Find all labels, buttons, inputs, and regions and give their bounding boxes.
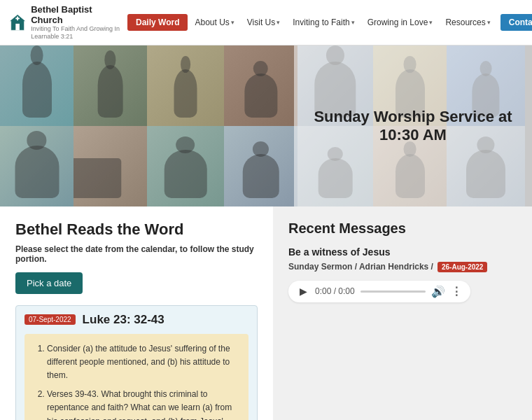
nav-about-us[interactable]: About Us ▾ — [189, 14, 239, 31]
study-point-1: Consider (a) the attitude to Jesus' suff… — [47, 342, 239, 383]
hero-section: Sunday Worship Service at 10:30 AM — [0, 46, 532, 206]
study-box: Consider (a) the attitude to Jesus' suff… — [24, 334, 248, 420]
recent-messages-title: Recent Messages — [288, 220, 517, 237]
nav-growing-in-love[interactable]: Growing in Love ▾ — [362, 14, 439, 31]
audio-time: 0:00 / 0:00 — [315, 286, 355, 296]
hero-image-10 — [147, 126, 224, 206]
hero-image-8 — [0, 126, 74, 206]
contact-us-btn[interactable]: Contact Us — [500, 14, 532, 31]
nav-arrow-icon: ▾ — [276, 19, 280, 26]
verse-box: 07-Sept-2022 Luke 23: 32-43 Consider (a)… — [15, 305, 258, 420]
hero-title: Sunday Worship Service at 10:30 AM — [294, 108, 532, 144]
header: Bethel Baptist Church Inviting To Faith … — [0, 0, 532, 46]
message-date-badge: 26-Aug-2022 — [438, 262, 487, 272]
section-title: Bethel Reads the Word — [15, 220, 258, 239]
nav-inviting-to-faith[interactable]: Inviting to Faith ▾ — [287, 14, 360, 31]
nav-arrow-icon: ▾ — [231, 19, 234, 26]
main-content: Bethel Reads the Word Please select the … — [0, 206, 532, 420]
hero-image-4 — [224, 46, 298, 126]
volume-icon[interactable]: 🔊 — [431, 285, 445, 298]
verse-reference: Luke 23: 32-43 — [83, 313, 164, 327]
nav-arrow-icon: ▾ — [351, 19, 355, 26]
hero-image-11 — [224, 126, 298, 206]
hero-image-9 — [74, 126, 147, 206]
audio-progress-bar[interactable] — [360, 290, 426, 293]
daily-word-nav-btn[interactable]: Daily Word — [127, 14, 188, 31]
main-nav: Daily Word About Us ▾ Visit Us ▾ Invitin… — [127, 14, 532, 31]
audio-player[interactable]: ▶ 0:00 / 0:00 🔊 ⋮ — [288, 281, 470, 302]
church-logo-icon — [8, 13, 27, 32]
study-points-list: Consider (a) the attitude to Jesus' suff… — [34, 342, 239, 420]
logo-tagline: Inviting To Faith And Growing In Learnab… — [31, 25, 120, 41]
verse-date-badge: 07-Sept-2022 — [24, 314, 76, 325]
nav-arrow-icon: ▾ — [487, 19, 491, 26]
play-button[interactable]: ▶ — [297, 285, 309, 298]
hero-image-3 — [147, 46, 224, 126]
section-subtitle: Please select the date from the calendar… — [15, 244, 258, 264]
more-options-icon[interactable]: ⋮ — [451, 285, 462, 298]
right-panel: Recent Messages Be a witness of Jesus Su… — [273, 206, 532, 420]
logo-text-block: Bethel Baptist Church Inviting To Faith … — [31, 4, 120, 41]
hero-image-2 — [74, 46, 147, 126]
message-title: Be a witness of Jesus — [288, 246, 517, 258]
hero-image-1 — [0, 46, 74, 126]
study-point-2: Verses 39-43. What brought this criminal… — [47, 388, 239, 420]
pick-date-button[interactable]: Pick a date — [15, 272, 83, 294]
svg-rect-3 — [15, 18, 20, 19]
message-meta-left: Sunday Sermon / Adrian Hendricks / — [288, 262, 433, 272]
logo-area: Bethel Baptist Church Inviting To Faith … — [8, 4, 120, 41]
nav-resources[interactable]: Resources ▾ — [440, 14, 496, 31]
message-meta: Sunday Sermon / Adrian Hendricks / 26-Au… — [288, 262, 517, 272]
nav-arrow-icon: ▾ — [429, 19, 433, 26]
nav-visit-us[interactable]: Visit Us ▾ — [241, 14, 286, 31]
hero-overlay: Sunday Worship Service at 10:30 AM — [294, 46, 532, 206]
verse-header: 07-Sept-2022 Luke 23: 32-43 — [24, 313, 248, 327]
left-panel: Bethel Reads the Word Please select the … — [0, 206, 273, 420]
svg-rect-1 — [15, 24, 20, 30]
logo-name: Bethel Baptist Church — [31, 4, 120, 25]
